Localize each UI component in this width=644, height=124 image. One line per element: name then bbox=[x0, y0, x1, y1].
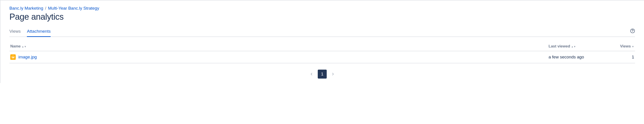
cell-last-viewed: a few seconds ago bbox=[548, 51, 608, 63]
table-row: image.jpg a few seconds ago 1 bbox=[10, 51, 635, 63]
image-file-icon bbox=[10, 54, 16, 60]
attachments-table: Name▲▼ Last viewed▲▼ Views▼ bbox=[10, 42, 635, 63]
column-header-last-viewed[interactable]: Last viewed▲▼ bbox=[548, 42, 608, 51]
breadcrumb-link-space[interactable]: Banc.ly Marketing bbox=[10, 6, 43, 11]
pagination: 1 bbox=[10, 70, 635, 79]
page-title: Page analytics bbox=[10, 12, 635, 22]
help-icon[interactable] bbox=[630, 28, 635, 35]
tabs: Views Attachments bbox=[10, 27, 630, 36]
pagination-next[interactable] bbox=[330, 71, 336, 78]
svg-point-1 bbox=[632, 32, 632, 32]
pagination-page-1[interactable]: 1 bbox=[318, 70, 327, 79]
cell-views: 1 bbox=[608, 51, 635, 63]
sort-icon: ▼ bbox=[632, 45, 634, 48]
svg-point-2 bbox=[12, 57, 13, 57]
breadcrumb-link-page[interactable]: Multi-Year Banc.ly Strategy bbox=[48, 6, 99, 11]
column-header-views[interactable]: Views▼ bbox=[608, 42, 635, 51]
breadcrumb-separator: / bbox=[45, 6, 46, 11]
breadcrumb: Banc.ly Marketing / Multi-Year Banc.ly S… bbox=[10, 6, 635, 11]
sort-icon: ▲▼ bbox=[571, 45, 576, 48]
column-header-name[interactable]: Name▲▼ bbox=[10, 42, 548, 51]
tab-attachments[interactable]: Attachments bbox=[27, 27, 51, 36]
sort-icon: ▲▼ bbox=[22, 45, 26, 48]
tab-views[interactable]: Views bbox=[10, 27, 20, 36]
pagination-prev[interactable] bbox=[308, 71, 315, 78]
attachment-link[interactable]: image.jpg bbox=[18, 55, 37, 60]
